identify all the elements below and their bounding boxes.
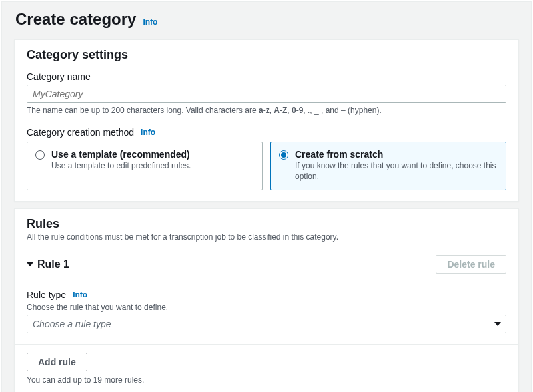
- radio-icon: [279, 150, 288, 160]
- tile-desc: If you know the rules that you want to d…: [295, 161, 498, 182]
- category-name-hint: The name can be up to 200 characters lon…: [27, 106, 506, 115]
- rule-type-select[interactable]: Choose a rule type: [27, 315, 506, 333]
- rule-1-toggle[interactable]: Rule 1: [27, 258, 69, 270]
- category-settings-panel: Category settings Category name The name…: [14, 39, 519, 202]
- tile-title: Create from scratch: [295, 149, 498, 160]
- tile-create-from-scratch[interactable]: Create from scratch If you know the rule…: [270, 142, 506, 190]
- rules-title: Rules: [27, 217, 506, 231]
- rules-subtext: All the rule conditions must be met for …: [27, 232, 506, 242]
- category-name-label: Category name: [27, 71, 506, 82]
- radio-icon: [35, 150, 45, 160]
- page-header: Create category Info: [2, 2, 531, 33]
- rule-type-desc: Choose the rule that you want to define.: [27, 303, 506, 312]
- add-rule-hint: You can add up to 19 more rules.: [27, 375, 506, 385]
- tile-use-template[interactable]: Use a template (recommended) Use a templ…: [27, 142, 263, 190]
- tile-title: Use a template (recommended): [51, 149, 191, 160]
- add-rule-button[interactable]: Add rule: [27, 353, 87, 371]
- tile-desc: Use a template to edit predefined rules.: [51, 161, 191, 172]
- rules-panel: Rules All the rule conditions must be me…: [14, 208, 519, 392]
- creation-method-info-link[interactable]: Info: [141, 128, 155, 137]
- page-title: Create category: [15, 10, 136, 29]
- delete-rule-button[interactable]: Delete rule: [436, 255, 506, 274]
- rule-type-placeholder: Choose a rule type: [27, 315, 506, 333]
- creation-method-label: Category creation method Info: [27, 127, 506, 138]
- rule-type-info-link[interactable]: Info: [73, 290, 87, 299]
- category-settings-title: Category settings: [27, 48, 506, 62]
- chevron-down-icon: [27, 262, 33, 266]
- rule-1-title: Rule 1: [37, 258, 69, 270]
- rule-type-label: Rule type Info: [27, 290, 506, 300]
- page-info-link[interactable]: Info: [143, 17, 157, 27]
- category-name-input[interactable]: [27, 85, 506, 103]
